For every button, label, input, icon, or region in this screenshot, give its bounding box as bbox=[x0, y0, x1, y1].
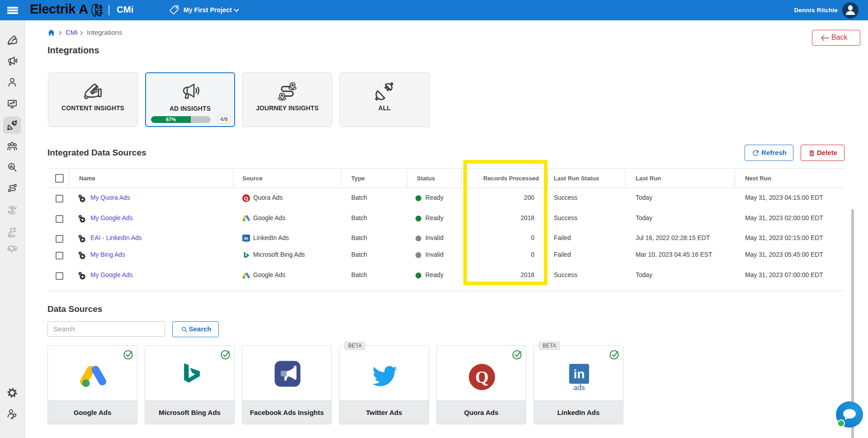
svg-text:ads: ads bbox=[245, 240, 248, 242]
svg-text:Q: Q bbox=[244, 195, 248, 202]
svg-text:in: in bbox=[574, 367, 585, 381]
svg-text:in: in bbox=[244, 236, 248, 241]
svg-text:Q: Q bbox=[475, 367, 489, 386]
svg-text:ads: ads bbox=[573, 382, 585, 391]
